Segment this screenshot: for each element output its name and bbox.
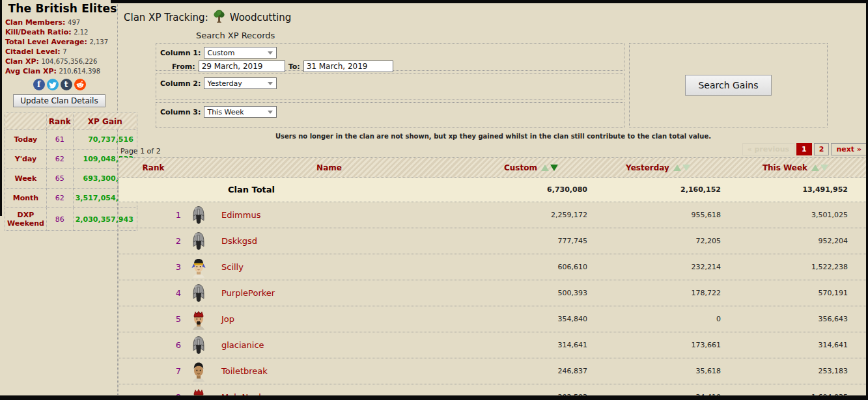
main-content: Clan XP Tracking: Woodcutting Search XP … <box>119 0 868 400</box>
column1-label: Column 1: <box>160 49 201 57</box>
clan-stats: Clan Members: 497 Kill/Death Ratio: 2.12… <box>4 18 117 76</box>
sort-asc-icon[interactable] <box>673 165 681 171</box>
column3-select[interactable]: This Week <box>204 106 277 118</box>
stat-label: Clan Members: <box>5 18 66 27</box>
chevron-down-icon <box>268 111 273 114</box>
summary-row: Month 62 3,517,054,272 <box>5 189 137 208</box>
page-1-button[interactable]: 1 <box>796 143 812 155</box>
column2-select[interactable]: Yesterday <box>204 77 277 89</box>
player-this-week-xp: 253,183 <box>725 367 866 375</box>
summary-row-label: Week <box>5 169 47 189</box>
sort-desc-icon[interactable] <box>550 165 558 171</box>
player-custom-xp: 777,745 <box>471 237 591 245</box>
column3-label: Column 3: <box>160 108 201 116</box>
header-rank: Rank <box>119 163 188 172</box>
clan-summary-table: Rank XP Gain Today 61 70,737,516 Y'day 6… <box>5 113 137 231</box>
column1-selected-value: Custom <box>207 49 234 57</box>
header-this-week: This Week <box>725 163 866 172</box>
summary-row-rank: 65 <box>46 169 73 189</box>
table-row: 5 Jop 354,840 0 356,643 <box>119 306 866 332</box>
table-row: 7 Toiletbreak 246,837 35,618 253,183 <box>119 358 866 384</box>
xp-table: Rank Name Custom Yesterday This Week <box>119 157 867 400</box>
player-this-week-xp: 1,522,238 <box>725 263 866 271</box>
player-rank: 6 <box>119 340 181 350</box>
stat-label: Total Level Average: <box>5 38 87 46</box>
facebook-icon[interactable]: f <box>33 79 45 90</box>
player-yesterday-xp: 232,214 <box>591 263 725 271</box>
player-avatar-headband-icon <box>190 257 207 278</box>
table-row: 1 Edimmus 2,259,172 955,618 3,501,025 <box>119 202 866 228</box>
to-date-input[interactable] <box>303 60 393 72</box>
player-name-link[interactable]: PurplePorker <box>221 288 275 298</box>
top-frame-bar <box>111 0 868 3</box>
update-clan-details-button[interactable]: Update Clan Details <box>13 94 105 107</box>
sort-desc-icon[interactable] <box>820 165 828 171</box>
player-avatar-crown-icon <box>190 309 207 330</box>
stat-value: 104,675,356,226 <box>41 58 97 65</box>
player-name-link[interactable]: Dskkgsd <box>221 236 257 246</box>
sort-desc-icon[interactable] <box>682 165 690 171</box>
player-name-link[interactable]: glacianice <box>221 340 264 350</box>
chevron-down-icon <box>268 51 273 55</box>
player-custom-xp: 500,393 <box>471 289 591 297</box>
clan-total-row: Clan Total 6,730,080 2,160,152 13,491,95… <box>119 178 866 202</box>
search-gains-button[interactable]: Search Gains <box>685 75 771 96</box>
summary-row-label: DXP Weekend <box>5 208 47 231</box>
player-name-link[interactable]: Edimmus <box>221 210 260 220</box>
summary-row: Y'day 62 109,048,533 <box>5 150 137 169</box>
player-this-week-xp: 314,641 <box>725 341 866 349</box>
stat-value: 497 <box>68 19 80 26</box>
header-this-week-label[interactable]: This Week <box>763 163 807 172</box>
player-name-link[interactable]: Toiletbreak <box>221 366 268 376</box>
bottom-frame-bar <box>0 395 868 400</box>
twitter-icon[interactable] <box>47 79 59 90</box>
next-page-button[interactable]: next » <box>831 143 867 155</box>
header-yesterday-label[interactable]: Yesterday <box>626 163 669 172</box>
pagination: « previous 1 2 next » <box>742 143 867 155</box>
tree-icon <box>213 9 225 25</box>
player-rank: 1 <box>119 210 181 220</box>
player-name-link[interactable]: Scilly <box>221 262 244 272</box>
column2-label: Column 2: <box>160 79 201 88</box>
summary-row-label: Today <box>5 130 47 150</box>
search-button-box: Search Gains <box>629 43 828 127</box>
player-yesterday-xp: 35,618 <box>591 367 725 375</box>
clan-total-label: Clan Total <box>228 185 275 194</box>
column3-box: Column 3: This Week <box>156 102 624 128</box>
table-row: 6 glacianice 314,641 173,661 314,641 <box>119 332 866 358</box>
header-name: Name <box>188 163 471 172</box>
tumblr-icon[interactable]: t <box>61 79 72 90</box>
social-links: f t <box>1 79 117 90</box>
player-yesterday-xp: 178,722 <box>591 289 725 297</box>
to-label: To: <box>288 62 300 71</box>
player-yesterday-xp: 173,661 <box>591 341 725 349</box>
player-custom-xp: 246,837 <box>471 367 591 375</box>
from-date-input[interactable] <box>199 60 285 72</box>
column3-selected-value: This Week <box>207 108 244 116</box>
sort-asc-icon[interactable] <box>811 165 819 171</box>
sidebar: The British Elites Clan Members: 497 Kil… <box>0 0 118 400</box>
player-avatar-face-icon <box>190 361 207 382</box>
player-rank: 4 <box>119 288 181 298</box>
stat-value: 7 <box>63 48 66 55</box>
stat-value: 2.12 <box>74 29 88 36</box>
from-label: From: <box>172 62 195 71</box>
column1-select[interactable]: Custom <box>204 47 277 59</box>
page-2-button[interactable]: 2 <box>814 143 830 155</box>
summary-row-label: Y'day <box>5 150 47 169</box>
player-avatar-helmet-icon <box>190 283 207 304</box>
page-info: Page 1 of 2 <box>120 147 161 155</box>
table-row: 4 PurplePorker 500,393 178,722 570,191 <box>119 280 866 306</box>
summary-row-rank: 62 <box>46 189 73 208</box>
chevron-down-icon <box>268 82 273 85</box>
player-name-link[interactable]: Jop <box>221 314 234 324</box>
left-frame-bar <box>0 0 2 216</box>
summary-row-rank: 86 <box>46 208 73 231</box>
clan-title: The British Elites <box>4 1 117 18</box>
stat-label: Avg Clan XP: <box>5 67 57 75</box>
header-custom-label[interactable]: Custom <box>504 163 537 172</box>
table-row: 2 Dskkgsd 777,745 72,205 952,204 <box>119 228 866 254</box>
sort-asc-icon[interactable] <box>541 165 549 171</box>
skill-name: Woodcutting <box>230 12 292 23</box>
reddit-icon[interactable] <box>74 79 86 90</box>
